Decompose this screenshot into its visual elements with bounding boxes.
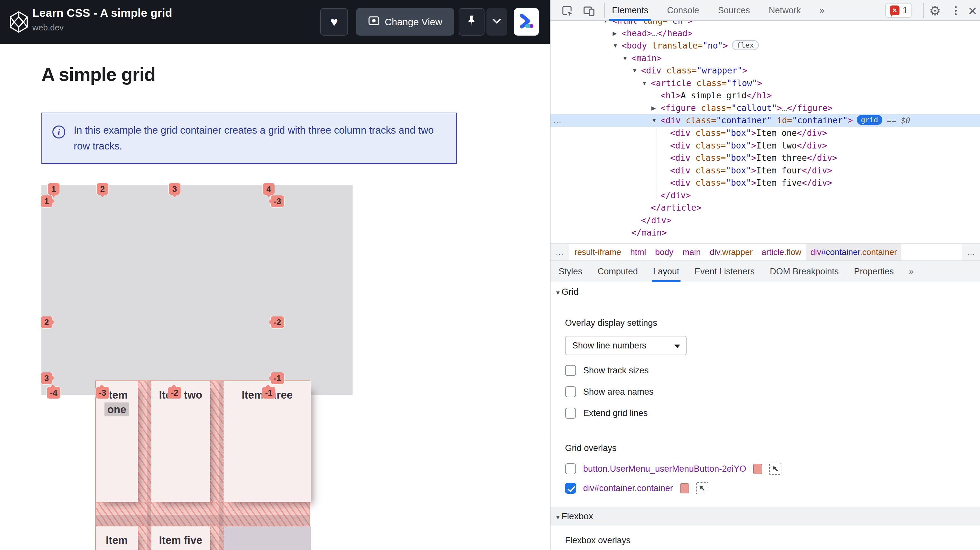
sidebar-tab-computed[interactable]: Computed [598,261,638,282]
expand-arrow-closed-icon[interactable]: ▶ [612,27,622,40]
dom-tree-row[interactable]: ▼<article class="flow"> [550,77,980,89]
dom-tree-row[interactable]: </div> [550,214,980,227]
overlay-color-swatch[interactable] [753,464,762,474]
dom-tree-row[interactable]: </article> [550,202,980,214]
line-numbers-dropdown[interactable]: Show line numbers [565,336,687,355]
expand-arrow-closed-icon[interactable]: ▶ [651,102,660,115]
breadcrumb-item[interactable]: div#container.container [806,244,901,260]
dom-tree-row[interactable]: <div class="box">Item two</div> [550,139,980,152]
checkbox-row-show-track-sizes[interactable]: Show track sizes [565,365,649,376]
favorite-button[interactable]: ♥ [320,8,348,36]
grid-line-badge: -3 [96,387,109,399]
expand-arrow-open-icon[interactable]: ▼ [642,77,651,89]
settings-gear-icon[interactable]: ⚙ [928,4,942,18]
tab-console[interactable]: Console [667,0,699,21]
breadcrumb-item[interactable]: div.wrapper [705,244,757,260]
dom-tree-row[interactable]: ▼<body translate="no">flex [550,40,980,52]
checkbox-checked[interactable] [565,483,576,494]
breadcrumb-overflow-right[interactable]: … [962,244,980,260]
expand-arrow-open-icon[interactable]: ▼ [622,52,632,65]
sidebar-tab-properties[interactable]: Properties [854,261,894,282]
flexbox-overlays-label: Flexbox overlays [565,536,631,545]
error-badge[interactable]: × 1 [885,3,912,18]
grid-badge[interactable]: grid [857,115,882,125]
expand-arrow-open-icon[interactable]: ▼ [632,64,641,77]
dom-tree-row[interactable]: ▼<main> [550,52,980,65]
grid-line-badge: 4 [263,183,275,195]
kebab-menu-icon[interactable] [949,4,963,18]
flexbox-section-header[interactable]: ▼Flexbox [550,507,980,525]
dropdown-caret-icon [675,344,680,348]
pin-button[interactable] [459,8,485,36]
error-count: 1 [903,5,908,16]
web-page: Learn CSS - A simple grid web.dev ♥ Chan… [0,0,550,550]
tab-elements[interactable]: Elements [612,0,649,21]
dom-tree-row[interactable]: ▼<div class="wrapper"> [550,64,980,77]
breadcrumb-item[interactable]: html [625,244,651,260]
eye-icon [368,16,380,28]
sidebar-more-tabs-icon[interactable]: » [909,266,914,277]
sidebar-tab-styles[interactable]: Styles [558,261,582,282]
expand-arrow-open-icon[interactable]: ▼ [651,114,660,127]
breadcrumb-item[interactable]: article.flow [757,244,806,260]
dom-tree-row[interactable]: </div> [550,189,980,202]
breadcrumb-item[interactable]: body [651,244,678,260]
close-devtools-icon[interactable]: × [966,4,979,18]
section-divider [550,433,980,433]
dom-tree-row[interactable]: ▶<head>…</head> [550,27,980,40]
expand-arrow-open-icon[interactable]: ▼ [603,21,612,27]
breadcrumb-overflow-left[interactable]: … [550,244,569,260]
device-toolbar-icon[interactable] [582,4,596,18]
playground-logo-button[interactable] [514,8,539,36]
grid-demo-canvas: Item oneItem twoItem threeItem fourItem … [41,185,353,395]
dom-tree-row[interactable]: <div class="box">Item one</div> [550,127,980,139]
tab-sources[interactable]: Sources [718,0,750,21]
overlay-color-swatch[interactable] [680,483,689,493]
pin-icon [466,15,477,29]
grid-line-badge: -2 [168,387,181,399]
info-icon: i [52,126,65,139]
expand-arrow-open-icon[interactable]: ▼ [612,40,622,52]
checkbox-row-extend-grid-lines[interactable]: Extend grid lines [565,408,648,419]
checkbox[interactable] [565,408,576,419]
app-root: Learn CSS - A simple grid web.dev ♥ Chan… [0,0,980,550]
change-view-label: Change View [385,16,442,27]
dom-tree-row[interactable]: <div class="box">Item four</div> [550,164,980,177]
breadcrumb-item[interactable]: result-iframe [570,244,625,260]
sidebar-tab-event-listeners[interactable]: Event Listeners [694,261,754,282]
article-heading: A simple grid [41,64,155,85]
select-element-icon[interactable] [769,463,781,475]
dom-tree-row[interactable]: …▼<div class="container" id="container">… [550,114,980,127]
more-options-button[interactable] [487,8,507,36]
checkbox-label: Extend grid lines [583,408,648,418]
more-tabs-icon[interactable]: » [819,5,824,16]
grid-overlay-row[interactable]: button.UserMenu_userMenuButton-2eiYO [565,463,781,475]
dom-tree-row[interactable]: </main> [550,226,980,239]
heart-icon: ♥ [330,14,338,29]
dom-tree-row[interactable]: ▶<figure class="callout">…</figure> [550,102,980,115]
sidebar-tab-dom-breakpoints[interactable]: DOM Breakpoints [770,261,838,282]
dom-tree-row[interactable]: <h1>A simple grid</h1> [550,89,980,102]
site-header: Learn CSS - A simple grid web.dev ♥ Chan… [0,0,550,44]
triangle-down-icon: ▼ [550,284,562,302]
checkbox[interactable] [565,365,576,376]
checkbox[interactable] [565,386,576,397]
flex-badge[interactable]: flex [732,40,759,50]
checkbox-row-show-area-names[interactable]: Show area names [565,386,654,397]
webdev-logo-icon[interactable] [8,11,29,33]
breadcrumb-item[interactable]: main [678,244,705,260]
dom-tree-row[interactable]: <div class="box">Item five</div> [550,177,980,189]
change-view-button[interactable]: Change View [356,8,454,36]
select-element-icon[interactable] [696,482,708,494]
grid-section-header[interactable]: ▼Grid [550,282,980,301]
checkbox[interactable] [565,463,576,474]
inspect-element-icon[interactable] [560,4,574,18]
tab-network[interactable]: Network [769,0,801,21]
sidebar-tab-layout[interactable]: Layout [653,261,679,282]
grid-overlay-row[interactable]: div#container.container [565,482,708,494]
checkbox-label: Show area names [583,387,654,397]
overlay-display-settings-label: Overlay display settings [565,318,657,328]
dom-tree-row[interactable]: ▼<html lang="en"> [550,21,980,27]
breadcrumb-items: result-iframehtmlbodymaindiv.wrapperarti… [570,244,901,260]
dom-tree-row[interactable]: <div class="box">Item three</div> [550,152,980,164]
